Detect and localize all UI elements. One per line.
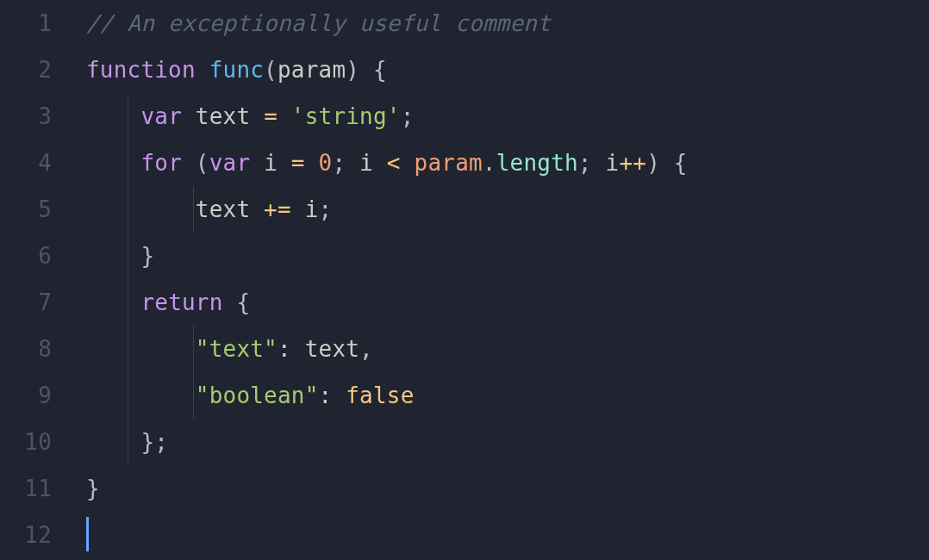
indent-space [86,279,140,326]
code-token: func [209,57,264,83]
code-token: ; [154,429,168,455]
code-line[interactable]: "text": text, [86,326,929,372]
code-token: } [140,429,154,455]
indent-space [86,326,196,372]
indent-guide [193,326,194,372]
code-line[interactable]: text += i; [86,186,929,233]
line-number: 9 [0,372,52,419]
code-token: ++ [619,150,646,176]
code-line[interactable]: } [86,233,929,279]
code-token [182,103,196,129]
code-token: text [305,336,359,362]
code-token: { [674,150,688,176]
code-line[interactable]: function func(param) { [86,47,929,93]
indent-guide [193,372,194,419]
code-line[interactable]: for (var i = 0; i < param.length; i++) { [86,140,929,186]
code-token: , [359,336,373,362]
code-line[interactable]: } [86,465,929,512]
code-token: += [264,196,291,222]
line-number: 12 [0,512,52,558]
code-token [305,150,319,176]
line-number-gutter: 123456789101112 [0,0,76,560]
code-token: = [264,103,277,129]
code-token: i [305,196,319,222]
code-line[interactable]: "boolean": false [86,372,929,419]
code-token: { [236,289,250,315]
code-token: param [415,150,483,176]
code-token [373,150,387,176]
code-token: } [140,243,154,269]
code-token: length [496,150,578,176]
indent-guide [128,186,128,233]
indent-space [86,419,140,465]
code-token: i [264,150,277,176]
code-token: var [140,103,182,129]
code-token: } [86,476,100,501]
indent-guide [128,233,128,279]
text-cursor [86,517,89,551]
code-token: ; [332,150,346,176]
code-area[interactable]: // An exceptionally useful commentfuncti… [76,0,929,560]
code-line[interactable]: var text = 'string'; [86,93,929,140]
indent-space [86,93,140,140]
code-token: text [196,196,250,222]
code-token [332,383,346,408]
code-token: "boolean" [196,383,319,408]
code-token: < [387,150,401,176]
code-line[interactable]: }; [86,419,929,465]
code-token [223,289,237,315]
indent-space [86,140,140,186]
indent-guide [128,326,128,372]
code-token [277,103,291,129]
code-token: function [86,57,196,83]
code-token: = [291,150,305,176]
code-token: param [277,57,346,83]
code-line[interactable] [86,512,929,558]
code-token [359,57,373,83]
code-token [660,150,674,176]
code-token [401,150,415,176]
indent-space [86,186,196,233]
code-token: ; [578,150,592,176]
code-token: ( [196,150,209,176]
code-token [291,196,305,222]
indent-guide [128,279,128,326]
indent-guide [128,140,128,186]
code-token [196,57,209,83]
code-token [277,150,291,176]
indent-guide [128,419,128,465]
code-token: : [277,336,291,362]
code-line[interactable]: // An exceptionally useful comment [86,0,929,47]
code-token: i [606,150,620,176]
code-line[interactable]: return { [86,279,929,326]
indent-guide [128,372,128,419]
line-number: 5 [0,186,52,233]
code-editor[interactable]: 123456789101112 // An exceptionally usef… [0,0,929,560]
indent-space [86,233,140,279]
code-token [250,196,264,222]
line-number: 3 [0,93,52,140]
code-token: var [209,150,251,176]
line-number: 10 [0,419,52,465]
code-token [250,150,264,176]
code-token: : [319,383,333,408]
code-token [182,150,196,176]
line-number: 7 [0,279,52,326]
code-token: return [140,289,222,315]
indent-space [86,372,196,419]
code-token: false [346,383,414,408]
code-token: i [359,150,373,176]
line-number: 11 [0,465,52,512]
code-token: ( [264,57,277,83]
code-token: 'string' [291,103,401,129]
indent-guide [193,186,194,233]
code-token: 0 [319,150,333,176]
code-token [346,150,359,176]
code-token: // An exceptionally useful comment [86,10,551,36]
code-token: for [140,150,182,176]
code-token: text [196,103,250,129]
line-number: 2 [0,47,52,93]
code-token: { [373,57,387,83]
code-token [592,150,606,176]
code-token: ; [319,196,333,222]
